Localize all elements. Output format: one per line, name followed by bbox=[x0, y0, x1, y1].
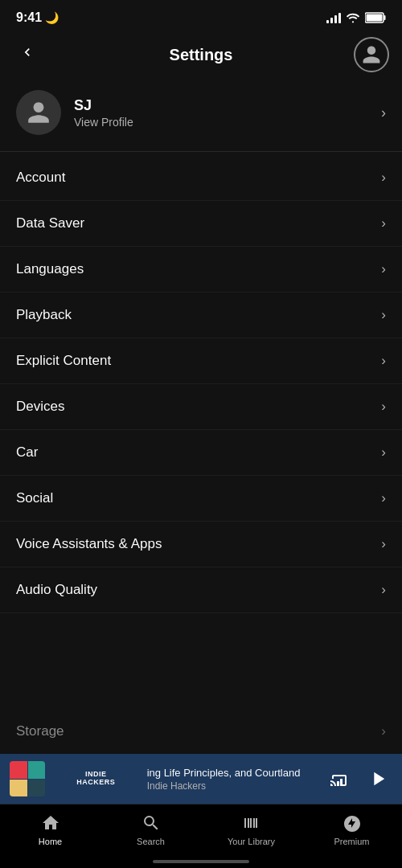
settings-item-label: Account bbox=[16, 170, 65, 186]
nav-your-library[interactable]: Your Library bbox=[228, 813, 276, 846]
bottom-nav: Home Search Your Library Premium bbox=[0, 804, 402, 868]
cast-button[interactable] bbox=[326, 766, 352, 792]
home-icon bbox=[40, 813, 61, 833]
settings-item[interactable]: Languages › bbox=[0, 247, 402, 293]
album-cell-4 bbox=[28, 780, 46, 797]
now-playing-text: ing Life Principles, and Courtland Indie… bbox=[147, 767, 318, 792]
settings-item-chevron-icon: › bbox=[381, 307, 386, 323]
nav-library-label: Your Library bbox=[228, 837, 275, 846]
settings-item-chevron-icon: › bbox=[381, 536, 386, 552]
now-playing-bar[interactable]: INDIEHACKERS ing Life Principles, and Co… bbox=[0, 754, 402, 804]
back-button[interactable] bbox=[16, 41, 39, 68]
svg-rect-4 bbox=[340, 779, 343, 786]
settings-item-label: Devices bbox=[16, 399, 64, 415]
np-brand-label: INDIEHACKERS bbox=[53, 771, 139, 787]
storage-chevron-icon: › bbox=[381, 723, 386, 739]
settings-item[interactable]: Explicit Content › bbox=[0, 338, 402, 384]
moon-icon: 🌙 bbox=[45, 11, 59, 24]
time-display: 9:41 bbox=[16, 10, 42, 25]
play-button[interactable] bbox=[363, 764, 392, 793]
signal-icon bbox=[326, 12, 341, 23]
settings-item-label: Explicit Content bbox=[16, 353, 111, 369]
settings-item[interactable]: Account › bbox=[0, 155, 402, 201]
settings-item[interactable]: Car › bbox=[0, 430, 402, 476]
status-time: 9:41 🌙 bbox=[16, 10, 59, 25]
status-bar: 9:41 🌙 bbox=[0, 0, 402, 32]
view-profile-link: View Profile bbox=[74, 116, 381, 129]
home-indicator bbox=[153, 860, 249, 863]
settings-item-chevron-icon: › bbox=[381, 215, 386, 231]
nav-premium-label: Premium bbox=[334, 837, 369, 846]
now-playing-info: INDIEHACKERS bbox=[53, 771, 139, 787]
settings-item[interactable]: Devices › bbox=[0, 384, 402, 430]
settings-item-label: Car bbox=[16, 444, 38, 461]
settings-item[interactable]: Data Saver › bbox=[0, 201, 402, 247]
profile-name: SJ bbox=[74, 97, 381, 114]
storage-row[interactable]: Storage › bbox=[0, 709, 402, 754]
nav-search-label: Search bbox=[137, 837, 165, 846]
settings-item[interactable]: Social › bbox=[0, 476, 402, 522]
album-cell-2 bbox=[28, 761, 46, 779]
settings-item-chevron-icon: › bbox=[381, 261, 386, 277]
now-playing-title: ing Life Principles, and Courtland bbox=[147, 767, 318, 779]
wifi-icon bbox=[346, 12, 360, 23]
profile-info: SJ View Profile bbox=[74, 97, 381, 129]
profile-avatar bbox=[16, 90, 61, 135]
settings-list: Account › Data Saver › Languages › Playb… bbox=[0, 155, 402, 613]
settings-item-chevron-icon: › bbox=[381, 353, 386, 369]
settings-item[interactable]: Voice Assistants & Apps › bbox=[0, 522, 402, 567]
premium-icon bbox=[342, 813, 363, 833]
settings-item-label: Voice Assistants & Apps bbox=[16, 536, 162, 552]
settings-item-label: Data Saver bbox=[16, 215, 84, 231]
settings-item-chevron-icon: › bbox=[381, 490, 386, 506]
album-cell-3 bbox=[10, 780, 27, 797]
settings-item-chevron-icon: › bbox=[381, 399, 386, 415]
settings-item-label: Playback bbox=[16, 307, 72, 323]
status-icons bbox=[326, 12, 386, 23]
profile-chevron-icon: › bbox=[381, 104, 386, 121]
now-playing-controls bbox=[326, 764, 392, 793]
album-cell-1 bbox=[10, 761, 27, 779]
svg-rect-3 bbox=[337, 781, 339, 786]
settings-item-label: Languages bbox=[16, 261, 84, 277]
nav-premium[interactable]: Premium bbox=[328, 813, 376, 846]
library-icon bbox=[241, 813, 262, 833]
page-title: Settings bbox=[170, 46, 233, 64]
settings-item-label: Audio Quality bbox=[16, 582, 97, 598]
profile-row[interactable]: SJ View Profile › bbox=[0, 80, 402, 145]
settings-item-label: Social bbox=[16, 490, 53, 506]
now-playing-album-art bbox=[10, 761, 45, 796]
settings-item[interactable]: Playback › bbox=[0, 293, 402, 338]
settings-item-chevron-icon: › bbox=[381, 582, 386, 598]
storage-label: Storage bbox=[16, 723, 64, 739]
nav-search[interactable]: Search bbox=[127, 813, 175, 846]
profile-avatar-button[interactable] bbox=[354, 37, 389, 72]
svg-rect-1 bbox=[384, 15, 386, 20]
settings-item[interactable]: Audio Quality › bbox=[0, 567, 402, 613]
divider bbox=[0, 151, 402, 152]
header: Settings bbox=[0, 32, 402, 77]
settings-item-chevron-icon: › bbox=[381, 444, 386, 461]
nav-home[interactable]: Home bbox=[27, 813, 75, 846]
settings-item-chevron-icon: › bbox=[381, 170, 386, 186]
now-playing-artist: Indie Hackers bbox=[147, 780, 318, 792]
search-icon bbox=[141, 813, 162, 833]
svg-rect-2 bbox=[367, 14, 383, 22]
nav-home-label: Home bbox=[39, 837, 62, 846]
battery-icon bbox=[365, 12, 386, 23]
